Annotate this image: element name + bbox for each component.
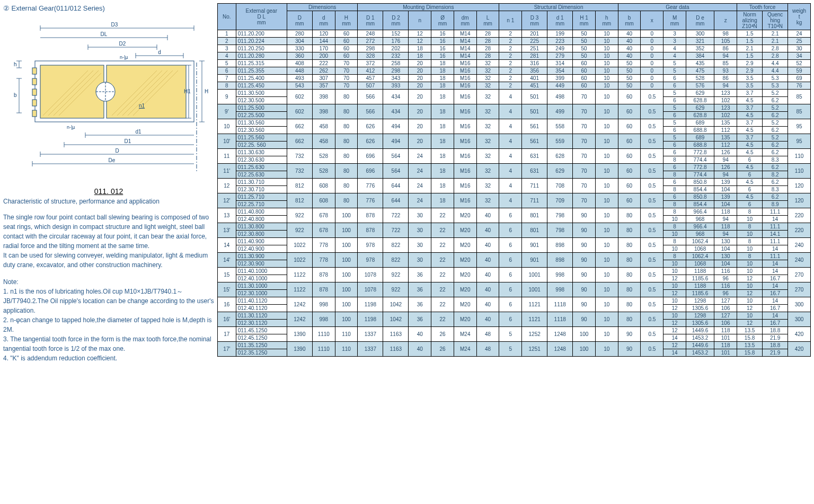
cell-gear: 011.20.280 bbox=[236, 52, 287, 60]
cell-gd: 16.7 bbox=[763, 320, 788, 327]
cell-gd: 6 bbox=[737, 171, 763, 179]
cell-gear: 012.40.1120 bbox=[236, 305, 287, 312]
cell-gd: 1298 bbox=[686, 312, 714, 320]
cell-val: 40 bbox=[476, 268, 499, 282]
cell-gd: 130 bbox=[714, 238, 737, 245]
cell-val: 1042 bbox=[383, 312, 409, 327]
cell-val: 1078 bbox=[358, 268, 383, 282]
cell-gd: 8 bbox=[737, 208, 763, 216]
cell-val: 70 bbox=[573, 164, 596, 179]
cell-gear: 012.30.900 bbox=[236, 260, 287, 268]
cell-weight: 30 bbox=[788, 45, 811, 52]
cell-val: 451 bbox=[522, 82, 547, 90]
cell-gd: 6.2 bbox=[763, 193, 788, 201]
svg-rect-34 bbox=[32, 100, 37, 106]
cell-val: M16 bbox=[454, 164, 476, 179]
cell-gd: 126 bbox=[714, 164, 737, 171]
cell-gd: 772.8 bbox=[686, 149, 714, 156]
cell-val: 626 bbox=[358, 119, 383, 134]
cell-gd: 1062.4 bbox=[686, 238, 714, 245]
cell-val: 1122 bbox=[287, 282, 312, 297]
cell-val: 501 bbox=[522, 104, 547, 119]
cell-val: 100 bbox=[335, 312, 358, 327]
cell-val: 398 bbox=[312, 104, 335, 119]
cell-val: 0.5 bbox=[641, 193, 663, 208]
cell-val: 1118 bbox=[547, 297, 573, 312]
cell-gd: 94 bbox=[714, 52, 737, 60]
cell-gd: 10 bbox=[663, 312, 686, 320]
cell-val: 32 bbox=[476, 60, 499, 67]
cell-val: M16 bbox=[454, 119, 476, 134]
cell-gd: 850.8 bbox=[686, 179, 714, 186]
cell-val: 70 bbox=[573, 179, 596, 193]
cell-no: 5 bbox=[218, 60, 236, 67]
cell-gd: 104 bbox=[714, 201, 737, 208]
cell-val: 2 bbox=[499, 30, 522, 38]
cell-val: 626 bbox=[358, 134, 383, 149]
cell-gd: 93 bbox=[714, 67, 737, 75]
cell-val: 80 bbox=[335, 179, 358, 193]
cell-gear: 012.35.1250 bbox=[236, 349, 287, 357]
cell-val: 1110 bbox=[312, 342, 335, 357]
cell-weight: 69 bbox=[788, 75, 811, 82]
cell-val: 449 bbox=[547, 82, 573, 90]
cell-gear: 011.40.800 bbox=[236, 208, 287, 216]
cell-val: 100 bbox=[573, 327, 596, 342]
cell-val: 6 bbox=[499, 223, 522, 238]
cell-gd: 96 bbox=[714, 275, 737, 282]
cell-val: 0.5 bbox=[641, 342, 663, 357]
cell-gd: 5 bbox=[663, 104, 686, 112]
cell-no: 16 bbox=[218, 297, 236, 312]
cell-gd: 1188 bbox=[686, 282, 714, 290]
cell-gd: 127 bbox=[714, 297, 737, 305]
gear-diagram: D3 DL D2 d n-|µ bbox=[3, 17, 210, 176]
cell-gd: 13.5 bbox=[737, 342, 763, 349]
cell-val: 50 bbox=[573, 52, 596, 60]
cell-no: 8 bbox=[218, 82, 236, 90]
cell-val: 608 bbox=[312, 193, 335, 208]
cell-val: 18 bbox=[431, 164, 454, 179]
cell-val: 60 bbox=[618, 104, 641, 119]
cell-val: 662 bbox=[287, 134, 312, 149]
cell-val: 18 bbox=[431, 149, 454, 164]
table-row: 10011.30.560662458806264942018M163245615… bbox=[218, 119, 811, 127]
cell-val: 251 bbox=[522, 45, 547, 52]
cell-gd: 16.7 bbox=[763, 290, 788, 297]
cell-val: 32 bbox=[476, 193, 499, 208]
cell-val: 0.5 bbox=[641, 90, 663, 104]
cell-gd: 4 bbox=[663, 52, 686, 60]
cell-val: 18 bbox=[431, 90, 454, 104]
cell-val: 100 bbox=[335, 282, 358, 297]
cell-gd: 4 bbox=[663, 45, 686, 52]
cell-gd: 8 bbox=[737, 253, 763, 260]
cell-gd: 1449.6 bbox=[686, 342, 714, 349]
cell-val: 70 bbox=[573, 104, 596, 119]
cell-gd: 2.9 bbox=[737, 60, 763, 67]
cell-weight: 59 bbox=[788, 67, 811, 75]
hdr-D1: D 1mm bbox=[358, 11, 383, 30]
cell-gd: 3 bbox=[663, 38, 686, 45]
hdr-tooth: Tooth force bbox=[737, 4, 788, 11]
cell-gd: 5.2 bbox=[763, 119, 788, 127]
cell-val: 878 bbox=[312, 268, 335, 282]
cell-no: 9 bbox=[218, 90, 236, 104]
cell-val: 10 bbox=[595, 297, 618, 312]
cell-gd: 8 bbox=[663, 171, 686, 179]
hdr-d: dmm bbox=[312, 11, 335, 30]
cell-val: 20 bbox=[409, 60, 431, 67]
cell-gear: 011.25.630 bbox=[236, 164, 287, 171]
cell-val: 30 bbox=[409, 223, 431, 238]
cell-gear: 011.25.450 bbox=[236, 82, 287, 90]
cell-gd: 6 bbox=[737, 156, 763, 164]
cell-val: 60 bbox=[618, 193, 641, 208]
cell-gd: 4.4 bbox=[763, 60, 788, 67]
cell-gd: 86 bbox=[714, 75, 737, 82]
cell-val: 1337 bbox=[358, 327, 383, 342]
cell-gd: 2.9 bbox=[737, 67, 763, 75]
cell-val: 40 bbox=[618, 30, 641, 38]
cell-val: 18 bbox=[431, 193, 454, 208]
hdr-quench: QuenchingT10⁴N bbox=[763, 11, 788, 30]
cell-val: 0.5 bbox=[641, 312, 663, 327]
cell-gd: 116 bbox=[714, 282, 737, 290]
cell-gd: 2.1 bbox=[737, 45, 763, 52]
